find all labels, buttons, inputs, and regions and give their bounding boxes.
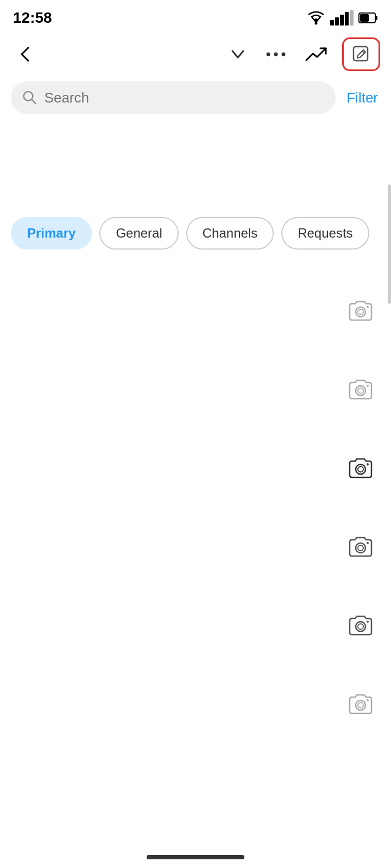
battery-icon: [358, 10, 378, 25]
signal-icon: [330, 10, 354, 25]
status-bar: 12:58: [0, 0, 391, 33]
camera-icon: [346, 298, 375, 323]
search-icon: [22, 89, 38, 106]
svg-point-29: [356, 700, 365, 710]
search-box[interactable]: [11, 81, 336, 114]
svg-point-19: [367, 385, 369, 387]
compose-icon: [351, 44, 371, 64]
filter-button[interactable]: Filter: [344, 85, 380, 111]
list-item: [0, 429, 391, 507]
camera-icon: [346, 692, 375, 717]
camera-list: [0, 260, 391, 754]
list-item: [0, 507, 391, 586]
svg-point-15: [358, 309, 363, 315]
trending-icon: [305, 46, 327, 62]
svg-point-16: [367, 306, 369, 308]
svg-rect-4: [345, 12, 349, 25]
more-icon: [266, 50, 286, 58]
tab-requests[interactable]: Requests: [281, 217, 369, 250]
camera-icon: [346, 456, 375, 481]
search-input[interactable]: [45, 90, 325, 106]
trending-button[interactable]: [301, 42, 331, 67]
svg-point-17: [356, 386, 365, 395]
list-item: [0, 271, 391, 350]
svg-point-27: [358, 624, 363, 629]
svg-point-25: [367, 542, 369, 544]
status-icons: [306, 10, 378, 25]
wifi-icon: [306, 10, 326, 25]
svg-point-10: [274, 53, 278, 56]
list-item: [0, 665, 391, 743]
tab-general[interactable]: General: [99, 217, 178, 250]
tab-primary[interactable]: Primary: [11, 217, 92, 250]
svg-point-20: [356, 464, 365, 474]
list-item: [0, 350, 391, 429]
svg-rect-3: [340, 15, 344, 25]
camera-icon: [346, 377, 375, 402]
svg-point-9: [267, 53, 270, 56]
status-time: 12:58: [13, 9, 52, 27]
scroll-indicator: [388, 184, 391, 304]
list-item: [0, 586, 391, 665]
svg-point-23: [356, 543, 365, 553]
camera-icon: [346, 534, 375, 559]
more-button[interactable]: [262, 46, 290, 62]
compose-button[interactable]: [342, 37, 380, 71]
chevron-down-button[interactable]: [225, 41, 251, 67]
svg-rect-5: [350, 10, 354, 25]
toolbar-left: [11, 40, 39, 68]
toolbar-right: [225, 37, 380, 71]
svg-point-14: [356, 307, 365, 317]
svg-rect-12: [354, 47, 368, 61]
camera-icon: [346, 613, 375, 638]
svg-point-28: [367, 621, 369, 623]
svg-point-31: [367, 699, 369, 701]
svg-point-26: [356, 622, 365, 631]
svg-point-24: [358, 545, 363, 551]
svg-point-11: [282, 53, 286, 56]
svg-point-18: [358, 388, 363, 393]
tabs-section: Primary General Channels Requests: [0, 119, 391, 260]
home-indicator: [147, 855, 244, 859]
svg-point-0: [315, 22, 318, 25]
svg-rect-2: [335, 17, 339, 25]
svg-point-30: [358, 703, 363, 708]
svg-rect-7: [375, 16, 377, 20]
chevron-down-icon: [229, 46, 247, 63]
svg-rect-1: [330, 20, 334, 25]
toolbar: [0, 33, 391, 76]
svg-rect-8: [360, 14, 369, 22]
svg-point-22: [367, 463, 369, 465]
search-container: Filter: [0, 76, 391, 119]
tab-channels[interactable]: Channels: [186, 217, 274, 250]
svg-point-21: [358, 467, 363, 472]
back-button[interactable]: [11, 40, 39, 68]
